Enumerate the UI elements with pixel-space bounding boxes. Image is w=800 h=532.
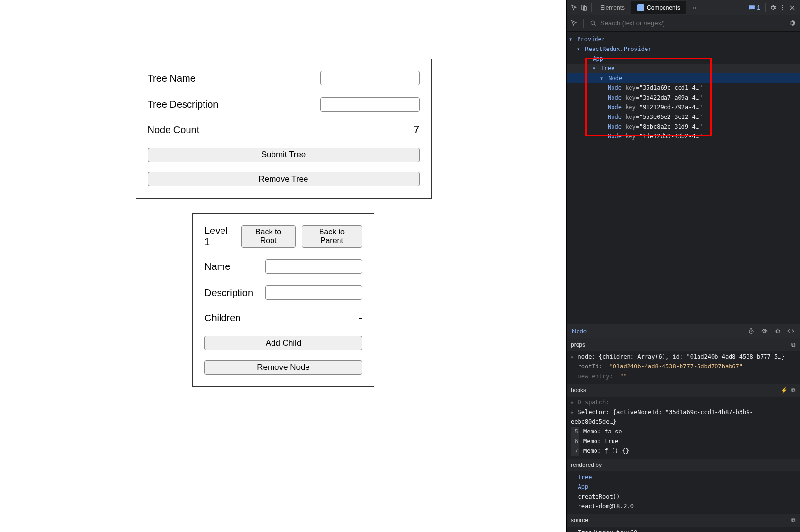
renderedby-tree[interactable]: Tree <box>578 474 592 481</box>
tree-row-node-child[interactable]: Node key="35d1a69c-ccd1-4…" <box>567 83 800 93</box>
node-desc-input[interactable] <box>265 285 362 300</box>
divider <box>591 3 592 12</box>
node-name-label: Name <box>204 261 230 272</box>
messages-badge[interactable]: 1 <box>747 4 762 11</box>
expand-arrow-icon[interactable]: ▾ <box>600 73 605 83</box>
renderedby-heading: rendered by <box>567 459 800 471</box>
source-location[interactable]: Tree/index.tsx:60 <box>578 529 637 532</box>
props-heading-label: props <box>571 340 585 349</box>
renderedby-heading-label: rendered by <box>571 460 602 470</box>
copy-icon[interactable]: ⧉ <box>791 515 796 525</box>
detail-scroll[interactable]: props ⧉ ▸ node: {children: Array(6), id:… <box>567 338 800 532</box>
remove-tree-button[interactable]: Remove Tree <box>148 172 420 186</box>
props-newentry-key: new entry <box>578 373 609 380</box>
remove-node-button[interactable]: Remove Node <box>204 360 362 375</box>
expand-arrow-icon[interactable]: ▾ <box>577 44 581 54</box>
tree-row-node-child[interactable]: Node key="912129cd-792a-4…" <box>567 102 800 112</box>
props-body: ▸ node: {children: Array(6), id: "01ad24… <box>567 351 800 384</box>
source-icon[interactable] <box>787 328 795 334</box>
svg-point-2 <box>782 5 783 6</box>
tree-desc-input[interactable] <box>320 97 420 112</box>
device-icon[interactable] <box>579 3 588 12</box>
back-to-root-button[interactable]: Back to Root <box>241 225 296 248</box>
wand-icon[interactable]: ⚡ <box>781 387 788 394</box>
more-tabs-button[interactable]: » <box>687 1 702 14</box>
tree-desc-row: Tree Description <box>148 97 420 112</box>
back-to-parent-button[interactable]: Back to Parent <box>302 225 362 248</box>
divider <box>583 19 584 28</box>
elements-tab[interactable]: Elements <box>595 1 630 14</box>
node-card: Level 1 Back to Root Back to Parent Name… <box>192 213 374 387</box>
component-name: Node <box>608 114 622 120</box>
components-tab-label: Components <box>647 4 680 11</box>
node-count-label: Node Count <box>148 124 200 135</box>
add-child-button[interactable]: Add Child <box>204 336 362 350</box>
props-rootid-val[interactable]: "01ad240b-4ad8-4538-b777-5dbd707bab67" <box>610 363 743 370</box>
component-name: Node <box>608 84 622 91</box>
expand-arrow-icon[interactable]: ▾ <box>584 54 589 64</box>
inspect-icon[interactable] <box>570 3 579 12</box>
svg-rect-0 <box>582 5 585 9</box>
expand-arrow-icon[interactable]: ▾ <box>569 34 574 44</box>
copy-icon[interactable]: ⧉ <box>791 387 796 394</box>
level-label: Level 1 <box>204 225 236 248</box>
search-icon <box>590 20 596 27</box>
key-value: 35d1a69c-ccd1-4… <box>643 84 699 91</box>
tree-card: Tree Name Tree Description Node Count 7 … <box>136 59 432 199</box>
props-newentry-val[interactable]: "" <box>620 373 627 380</box>
bug-icon[interactable] <box>774 328 781 334</box>
node-name-input[interactable] <box>265 259 362 274</box>
stopwatch-icon[interactable] <box>748 328 755 334</box>
tree-row-node-child[interactable]: Node key="553e05e2-3e12-4…" <box>567 112 800 122</box>
key-value: 912129cd-792a-4… <box>643 104 699 111</box>
renderedby-app[interactable]: App <box>578 483 588 490</box>
component-tree[interactable]: ▾ Provider ▾ ReactRedux.Provider ▾ App ▾… <box>567 32 800 324</box>
close-icon[interactable] <box>788 3 797 12</box>
svg-point-5 <box>591 21 594 24</box>
props-node-line[interactable]: node: {children: Array(6), id: "01ad240b… <box>578 353 784 360</box>
kebab-icon[interactable] <box>778 3 787 12</box>
devtools-panel: Elements Components » 1 <box>566 0 800 532</box>
eye-icon[interactable] <box>761 328 768 334</box>
node-count-row: Node Count 7 <box>148 123 420 136</box>
component-name: App <box>593 55 603 62</box>
tree-row-node-child[interactable]: Node key="1de12d53-43b2-4…" <box>567 132 800 141</box>
tree-name-input[interactable] <box>320 71 420 85</box>
hooks-heading: hooks ⚡ ⧉ <box>567 384 800 397</box>
tree-row-tree[interactable]: ▾ Tree <box>567 64 800 73</box>
submit-tree-button[interactable]: Submit Tree <box>148 148 420 162</box>
hooks-body: ▸ Dispatch: ▸ Selector: {activeNodeId: "… <box>567 397 800 459</box>
children-label: Children <box>204 313 240 324</box>
components-tab[interactable]: Components <box>631 1 686 14</box>
svg-point-3 <box>782 7 783 8</box>
tree-row-reactredux[interactable]: ▾ ReactRedux.Provider <box>567 44 800 54</box>
app-page: Tree Name Tree Description Node Count 7 … <box>0 0 566 532</box>
tree-row-provider[interactable]: ▾ Provider <box>567 34 800 44</box>
detail-bar: Node <box>567 324 800 338</box>
devtools-header: Elements Components » 1 <box>567 0 800 15</box>
tree-row-node-child[interactable]: Node key="8bbc8a2c-31d9-4…" <box>567 122 800 132</box>
tree-row-app[interactable]: ▾ App <box>567 54 800 64</box>
hooks-memo-5: Memo: false <box>583 428 622 435</box>
select-element-icon[interactable] <box>571 20 578 27</box>
hooks-dispatch[interactable]: Dispatch: <box>578 399 609 406</box>
hooks-selector-line[interactable]: Selector: {activeNodeId: "35d1a69c-ccd1-… <box>571 409 753 425</box>
source-heading-label: source <box>571 515 588 525</box>
tree-row-node-child[interactable]: Node key="3a422da7-a09a-4…" <box>567 93 800 102</box>
settings-icon[interactable] <box>768 3 777 12</box>
divider <box>765 3 766 12</box>
component-search-input[interactable] <box>600 19 785 27</box>
node-count-value: 7 <box>413 123 419 136</box>
component-name: Node <box>608 133 622 140</box>
node-desc-row: Description <box>204 285 362 300</box>
key-value: 3a422da7-a09a-4… <box>643 94 699 101</box>
renderedby-body: Tree App createRoot() react-dom@18.2.0 <box>567 471 800 514</box>
expand-arrow-icon[interactable]: ▾ <box>592 64 597 73</box>
key-value: 553e05e2-3e12-4… <box>643 114 699 120</box>
children-value: - <box>359 312 362 324</box>
node-name-row: Name <box>204 259 362 274</box>
svg-point-8 <box>776 330 779 332</box>
view-settings-icon[interactable] <box>789 20 796 27</box>
tree-row-node-selected[interactable]: ▾ Node <box>567 73 800 83</box>
copy-icon[interactable]: ⧉ <box>791 340 796 349</box>
